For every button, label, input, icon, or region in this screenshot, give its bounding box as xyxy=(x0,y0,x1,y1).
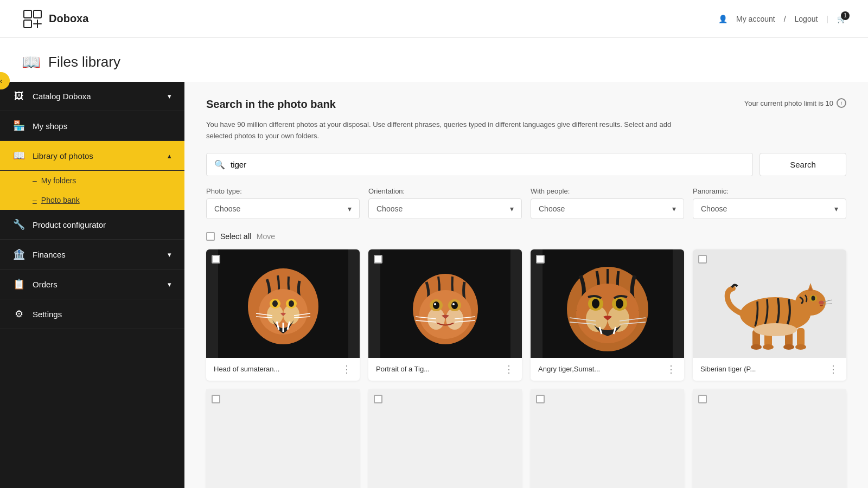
filter-value-panoramic: Choose xyxy=(701,204,727,213)
svg-point-52 xyxy=(811,296,815,300)
sidebar-label-shops: My shops xyxy=(33,121,67,131)
shops-icon: 🏪 xyxy=(13,120,25,132)
search-input[interactable] xyxy=(231,153,745,176)
sidebar-label-orders: Orders xyxy=(33,280,58,289)
photo-card-5 xyxy=(206,389,360,488)
sidebar-item-orders[interactable]: 📋 Orders ▾ xyxy=(0,269,184,299)
photo-card-4: Siberian tiger (P... ⋮ xyxy=(693,249,846,381)
photo-name-2: Portrait of a Tig... xyxy=(376,365,430,373)
photo-checkbox-8[interactable] xyxy=(698,395,707,406)
photo-checkbox-7[interactable] xyxy=(536,395,545,406)
photo-checkbox-1[interactable] xyxy=(212,255,220,266)
filter-label-photo-type: Photo type: xyxy=(206,187,360,195)
sidebar-item-library[interactable]: 📖 Library of photos ▴ xyxy=(0,141,184,171)
app-name: Doboxa xyxy=(49,12,88,25)
filter-select-panoramic[interactable]: Choose ▾ xyxy=(693,198,846,219)
photo-image-4 xyxy=(693,249,846,358)
photo-card-2: Portrait of a Tig... ⋮ xyxy=(368,249,522,381)
search-bar-row: 🔍 Search xyxy=(206,153,846,176)
photo-bank-header: Search in the photo bank Your current ph… xyxy=(206,98,846,111)
photo-bank-title: Search in the photo bank xyxy=(206,98,336,111)
sidebar-sub-label-photobank: Photo bank xyxy=(41,196,80,204)
photo-image-3 xyxy=(531,249,684,358)
photo-name-3: Angry tiger,Sumat... xyxy=(538,365,600,373)
svg-rect-2 xyxy=(24,20,31,28)
photo-checkbox-2[interactable] xyxy=(374,255,382,266)
photo-card-1: Head of sumateran... ⋮ xyxy=(206,249,360,381)
sidebar-label-catalog: Catalog Doboxa xyxy=(33,92,91,101)
search-button[interactable]: Search xyxy=(760,153,846,176)
photo-grid-row2 xyxy=(206,389,846,488)
catalog-icon: 🖼 xyxy=(13,91,25,102)
svg-point-53 xyxy=(819,300,824,304)
svg-point-26 xyxy=(452,303,455,305)
photo-card-6 xyxy=(368,389,522,488)
svg-rect-0 xyxy=(24,10,31,18)
finances-icon: 🏦 xyxy=(13,248,25,260)
svg-point-25 xyxy=(434,303,436,305)
move-button[interactable]: Move xyxy=(257,232,275,241)
dash-icon: – xyxy=(33,176,37,185)
sidebar-sub-photo-bank[interactable]: – Photo bank xyxy=(0,190,184,210)
photo-image-1 xyxy=(206,249,360,358)
chevron-left-icon: ‹ xyxy=(0,76,2,85)
photo-checkbox-3[interactable] xyxy=(536,255,545,266)
photo-name-4: Siberian tiger (P... xyxy=(700,365,756,373)
logo-icon xyxy=(22,8,43,30)
main-content: Search in the photo bank Your current ph… xyxy=(184,82,868,488)
chevron-up-icon: ▴ xyxy=(168,152,171,160)
photo-grid: Head of sumateran... ⋮ xyxy=(206,249,846,381)
filter-select-photo-type[interactable]: Choose ▾ xyxy=(206,198,360,219)
filter-select-with-people[interactable]: Choose ▾ xyxy=(531,198,684,219)
info-icon: i xyxy=(837,98,846,108)
sidebar-item-catalog[interactable]: 🖼 Catalog Doboxa ▾ xyxy=(0,82,184,111)
select-all-label[interactable]: Select all xyxy=(220,232,251,241)
photo-checkbox-5[interactable] xyxy=(212,395,220,406)
page-title: Files library xyxy=(48,54,120,70)
settings-icon: ⚙ xyxy=(13,308,25,320)
svg-point-63 xyxy=(751,344,762,350)
main-layout: ‹ 🖼 Catalog Doboxa ▾ 🏪 My shops 📖 Librar… xyxy=(0,82,868,488)
select-all-checkbox[interactable] xyxy=(206,232,215,241)
svg-point-60 xyxy=(795,344,806,350)
sidebar-item-settings[interactable]: ⚙ Settings xyxy=(0,299,184,329)
photo-menu-button-2[interactable]: ⋮ xyxy=(504,363,514,375)
logout-link[interactable]: Logout xyxy=(795,15,818,23)
sidebar-sub-my-folders[interactable]: – My folders xyxy=(0,171,184,190)
photo-menu-button-3[interactable]: ⋮ xyxy=(666,363,676,375)
sidebar-item-product-configurator[interactable]: 🔧 Product configurator xyxy=(0,210,184,240)
my-account-link[interactable]: My account xyxy=(736,15,775,23)
sidebar-item-finances[interactable]: 🏦 Finances ▾ xyxy=(0,240,184,269)
svg-point-38 xyxy=(592,299,599,309)
sidebar-item-my-shops[interactable]: 🏪 My shops xyxy=(0,111,184,141)
cart[interactable]: 🛒 1 xyxy=(837,15,846,23)
svg-point-11 xyxy=(289,300,294,307)
sidebar: ‹ 🖼 Catalog Doboxa ▾ 🏪 My shops 📖 Librar… xyxy=(0,82,184,488)
search-input-wrap: 🔍 xyxy=(206,153,753,176)
svg-point-10 xyxy=(272,300,278,307)
filter-select-orientation[interactable]: Choose ▾ xyxy=(368,198,522,219)
filter-with-people: With people: Choose ▾ xyxy=(531,187,684,219)
filter-value-orientation: Choose xyxy=(376,204,403,213)
filter-orientation: Orientation: Choose ▾ xyxy=(368,187,522,219)
header-separator: / xyxy=(784,15,786,23)
chevron-down-icon-orders: ▾ xyxy=(168,280,171,288)
header-right: 👤 My account / Logout | 🛒 1 xyxy=(718,15,846,23)
account-icon: 👤 xyxy=(718,15,727,23)
svg-rect-1 xyxy=(34,10,41,18)
filters-row: Photo type: Choose ▾ Orientation: Choose… xyxy=(206,187,846,219)
header: Doboxa 👤 My account / Logout | 🛒 1 xyxy=(0,0,868,38)
photo-menu-button-4[interactable]: ⋮ xyxy=(828,363,839,375)
chevron-down-orientation: ▾ xyxy=(510,204,514,213)
photo-menu-button-1[interactable]: ⋮ xyxy=(342,363,352,375)
page-title-icon: 📖 xyxy=(22,53,41,71)
filter-label-with-people: With people: xyxy=(531,187,684,195)
photo-checkbox-6[interactable] xyxy=(374,395,382,406)
chevron-down-photo-type: ▾ xyxy=(348,204,352,213)
chevron-down-panoramic: ▾ xyxy=(834,204,838,213)
filter-panoramic: Panoramic: Choose ▾ xyxy=(693,187,846,219)
svg-point-24 xyxy=(451,301,458,309)
photo-checkbox-4[interactable] xyxy=(698,255,707,266)
configurator-icon: 🔧 xyxy=(13,219,25,230)
logo: Doboxa xyxy=(22,8,88,30)
